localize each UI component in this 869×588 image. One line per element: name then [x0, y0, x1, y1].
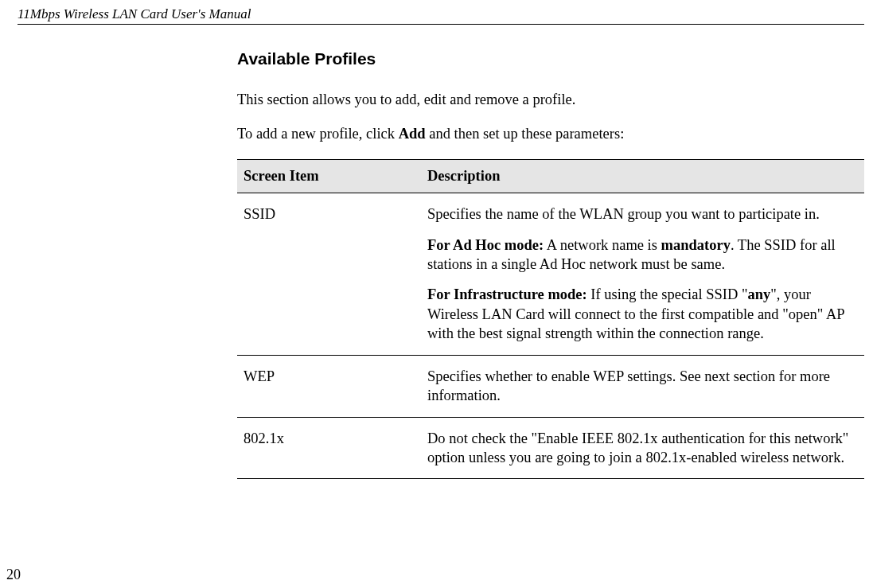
cell-item: WEP — [237, 355, 421, 417]
main-content: Available Profiles This section allows y… — [237, 49, 864, 479]
desc-bold-mid: mandatory — [661, 237, 731, 253]
desc-bold-mid: any — [748, 286, 771, 302]
cell-item: 802.1x — [237, 417, 421, 479]
cell-description: Do not check the "Enable IEEE 802.1x aut… — [421, 417, 864, 479]
desc-block: For Ad Hoc mode: A network name is manda… — [427, 236, 858, 275]
intro-paragraph-2: To add a new profile, click Add and then… — [237, 125, 864, 143]
page-number: 20 — [6, 567, 21, 583]
parameter-table: Screen Item Description SSID Specifies t… — [237, 159, 864, 479]
intro2-post: and then set up these parameters: — [426, 126, 625, 142]
desc-bold-lead: For Infrastructure mode: — [427, 286, 587, 302]
table-row: WEP Specifies whether to enable WEP sett… — [237, 355, 864, 417]
col-header-item: Screen Item — [237, 160, 421, 193]
intro2-pre: To add a new profile, click — [237, 126, 399, 142]
desc-block: Do not check the "Enable IEEE 802.1x aut… — [427, 429, 858, 468]
desc-text: If using the special SSID " — [587, 286, 748, 302]
desc-block: For Infrastructure mode: If using the sp… — [427, 285, 858, 343]
intro2-bold: Add — [399, 126, 426, 142]
desc-bold-lead: For Ad Hoc mode: — [427, 237, 544, 253]
cell-description: Specifies whether to enable WEP settings… — [421, 355, 864, 417]
header-divider — [18, 24, 864, 25]
table-row: 802.1x Do not check the "Enable IEEE 802… — [237, 417, 864, 479]
col-header-description: Description — [421, 160, 864, 193]
desc-text: A network name is — [544, 237, 661, 253]
running-header: 11Mbps Wireless LAN Card User's Manual — [18, 6, 251, 22]
cell-description: Specifies the name of the WLAN group you… — [421, 193, 864, 355]
intro-paragraph-1: This section allows you to add, edit and… — [237, 91, 864, 109]
table-row: SSID Specifies the name of the WLAN grou… — [237, 193, 864, 355]
cell-item: SSID — [237, 193, 421, 355]
table-header-row: Screen Item Description — [237, 160, 864, 193]
desc-block: Specifies whether to enable WEP settings… — [427, 367, 858, 406]
section-heading: Available Profiles — [237, 49, 864, 68]
desc-block: Specifies the name of the WLAN group you… — [427, 204, 858, 224]
